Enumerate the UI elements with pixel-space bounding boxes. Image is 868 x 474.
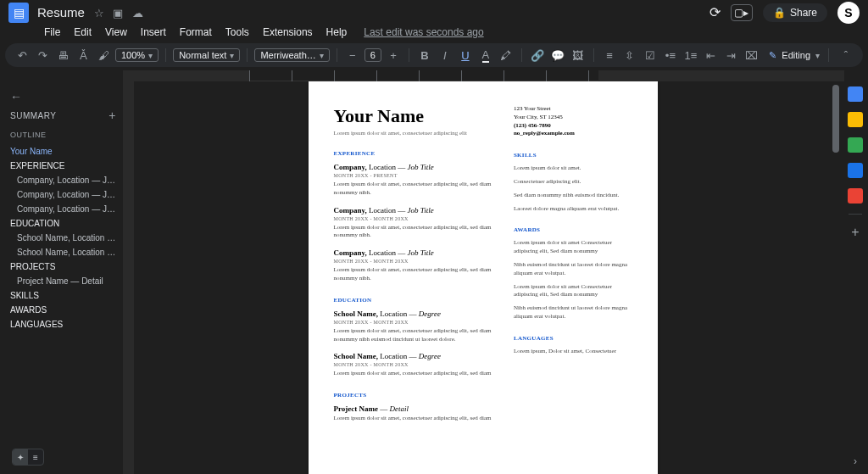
- section-paragraph: Lorem ipsum dolor sit amet Consectetuer …: [514, 283, 632, 300]
- align-icon[interactable]: ≡: [601, 47, 618, 64]
- outline-item[interactable]: Company, Location — Job Title: [10, 202, 116, 216]
- section-paragraph: Nibh euismod tincidunt ut laoreet dolore…: [514, 261, 632, 278]
- redo-icon[interactable]: ↷: [34, 47, 51, 64]
- checklist-icon[interactable]: ☑: [642, 47, 659, 64]
- editing-mode-label[interactable]: Editing: [782, 50, 810, 60]
- menu-edit[interactable]: Edit: [67, 25, 98, 39]
- scrollbar-track[interactable]: [832, 81, 841, 474]
- outline-item[interactable]: PROJECTS: [10, 259, 116, 274]
- side-panel: + ›: [843, 81, 868, 474]
- menu-tools[interactable]: Tools: [219, 25, 256, 39]
- paint-format-icon[interactable]: 🖌: [95, 47, 112, 64]
- outline-item[interactable]: SKILLS: [10, 288, 116, 303]
- font-size-decrease[interactable]: −: [344, 47, 361, 64]
- outline-collapse-icon[interactable]: ←: [10, 90, 116, 103]
- vertical-ruler[interactable]: [123, 81, 134, 474]
- outline-item[interactable]: School Name, Location — Degr…: [10, 231, 116, 245]
- calendar-icon[interactable]: [848, 86, 863, 102]
- summary-heading: SUMMARY: [10, 111, 56, 120]
- section-paragraph: Laoreet dolore magna aliquam erat volutp…: [514, 205, 632, 214]
- undo-icon[interactable]: ↶: [14, 47, 31, 64]
- outline-item[interactable]: Your Name: [10, 144, 116, 159]
- hide-side-panel-icon[interactable]: ›: [854, 455, 857, 467]
- document-stage[interactable]: Your Name Lorem ipsum dolor sit amet, co…: [123, 81, 843, 474]
- increase-indent-icon[interactable]: ⇥: [723, 47, 740, 64]
- page-left-column: Your Name Lorem ipsum dolor sit amet, co…: [334, 105, 493, 474]
- entry-body: Lorem ipsum dolor sit amet, consectetuer…: [334, 224, 493, 241]
- scrollbar-thumb[interactable]: [832, 85, 839, 153]
- last-edit-link[interactable]: Last edit was seconds ago: [357, 25, 490, 39]
- doc-title[interactable]: Resume: [37, 5, 85, 20]
- font-size-input[interactable]: 6: [364, 48, 381, 62]
- account-avatar[interactable]: S: [837, 2, 860, 24]
- history-icon[interactable]: ⟳: [709, 4, 721, 20]
- zoom-combo[interactable]: 100%▾: [115, 48, 159, 62]
- clear-formatting-icon[interactable]: ⌧: [743, 47, 760, 64]
- outline-item[interactable]: School Name, Location — Degr…: [10, 245, 116, 259]
- decrease-indent-icon[interactable]: ⇤: [703, 47, 720, 64]
- entry-body: Lorem ipsum dolor sit amet, consectetuer…: [334, 327, 493, 344]
- outline-item[interactable]: LANGUAGES: [10, 317, 116, 332]
- explore-alt-icon: ≡: [28, 449, 43, 465]
- font-combo[interactable]: Merriweath…▾: [254, 48, 329, 62]
- insert-link-icon[interactable]: 🔗: [529, 47, 546, 64]
- entry-title: School Name, Location — Degree: [334, 309, 493, 318]
- bulleted-list-icon[interactable]: •≡: [662, 47, 679, 64]
- contact-phone: (123) 456-7890: [514, 122, 632, 131]
- outline-item[interactable]: EDUCATION: [10, 216, 116, 231]
- highlight-icon[interactable]: 🖍: [498, 47, 515, 64]
- maps-icon[interactable]: [848, 188, 863, 204]
- editing-mode-caret-icon[interactable]: ▾: [815, 51, 820, 60]
- italic-icon[interactable]: I: [437, 47, 453, 64]
- document-page[interactable]: Your Name Lorem ipsum dolor sit amet, co…: [309, 81, 658, 474]
- add-summary-icon[interactable]: +: [108, 109, 116, 122]
- outline-item[interactable]: AWARDS: [10, 303, 116, 317]
- menu-file[interactable]: File: [37, 25, 67, 39]
- move-icon[interactable]: ▣: [113, 7, 123, 20]
- font-size-increase[interactable]: +: [385, 47, 402, 64]
- entry-body: Lorem ipsum dolor sit amet, consectetuer…: [334, 370, 493, 378]
- outline-list: Your NameEXPERIENCECompany, Location — J…: [10, 144, 116, 332]
- entry-date: MONTH 20XX - MONTH 20XX: [334, 362, 493, 367]
- underline-icon[interactable]: U: [457, 47, 474, 64]
- contacts-icon[interactable]: [848, 163, 863, 178]
- line-spacing-icon[interactable]: ⇳: [621, 47, 638, 64]
- star-icon[interactable]: ☆: [94, 7, 104, 20]
- docs-logo-icon[interactable]: ▤: [8, 3, 29, 23]
- insert-image-icon[interactable]: 🖼: [570, 47, 587, 64]
- numbered-list-icon[interactable]: 1≡: [682, 47, 699, 64]
- outline-item[interactable]: Company, Location — Job Title: [10, 173, 116, 187]
- menu-format[interactable]: Format: [173, 25, 219, 39]
- entry-title: Project Name — Detail: [334, 404, 493, 413]
- spellcheck-icon[interactable]: Ǎ: [75, 47, 92, 64]
- menu-view[interactable]: View: [98, 25, 134, 39]
- tasks-icon[interactable]: [848, 137, 863, 153]
- share-button[interactable]: 🔒 Share: [763, 3, 827, 22]
- horizontal-ruler[interactable]: [123, 70, 844, 81]
- explore-chip[interactable]: ✦ ≡: [12, 449, 44, 466]
- entry-date: MONTH 20XX - MONTH 20XX: [334, 216, 493, 221]
- section-heading: AWARDS: [514, 226, 632, 233]
- menu-extensions[interactable]: Extensions: [256, 25, 320, 39]
- section-paragraph: Lorem ipsum dolor sit amet.: [514, 165, 632, 173]
- print-icon[interactable]: 🖶: [54, 47, 71, 64]
- outline-item[interactable]: Company, Location — Job Title: [10, 187, 116, 202]
- cloud-status-icon[interactable]: ☁: [132, 7, 143, 20]
- insert-comment-icon[interactable]: 💬: [549, 47, 566, 64]
- styles-combo[interactable]: Normal text▾: [173, 48, 240, 62]
- keep-icon[interactable]: [848, 112, 863, 127]
- menu-help[interactable]: Help: [320, 25, 354, 39]
- entry-title: Company, Location — Job Title: [334, 206, 493, 215]
- bold-icon[interactable]: B: [416, 47, 433, 64]
- meet-button[interactable]: ▢▸: [731, 4, 753, 21]
- entry-title: Company, Location — Job Title: [334, 163, 493, 171]
- outline-item[interactable]: EXPERIENCE: [10, 159, 116, 173]
- hide-menus-icon[interactable]: ˆ: [837, 47, 854, 64]
- section-heading: EXPERIENCE: [334, 150, 493, 157]
- menu-insert[interactable]: Insert: [134, 25, 173, 39]
- outline-item[interactable]: Project Name — Detail: [10, 274, 116, 288]
- section-heading: PROJECTS: [334, 392, 493, 399]
- get-addons-icon[interactable]: +: [851, 225, 859, 240]
- page-right-column: 123 Your Street Your City, ST 12345 (123…: [514, 105, 632, 474]
- text-color-icon[interactable]: A: [477, 47, 494, 64]
